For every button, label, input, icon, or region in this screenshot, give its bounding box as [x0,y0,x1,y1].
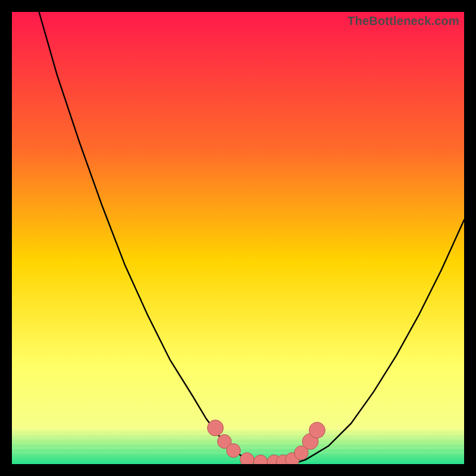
watermark-text: TheBottleneck.com [347,14,459,28]
curve-marker [227,444,240,458]
curve-marker [309,422,325,439]
curve-marker [240,453,254,464]
band-line [12,443,464,444]
band-line [12,428,464,430]
curve-marker [208,420,224,436]
band-line [12,438,464,439]
bottleneck-chart [12,12,464,464]
chart-frame: TheBottleneck.com [12,12,464,464]
gradient-background [12,12,464,464]
band-line [12,433,464,434]
